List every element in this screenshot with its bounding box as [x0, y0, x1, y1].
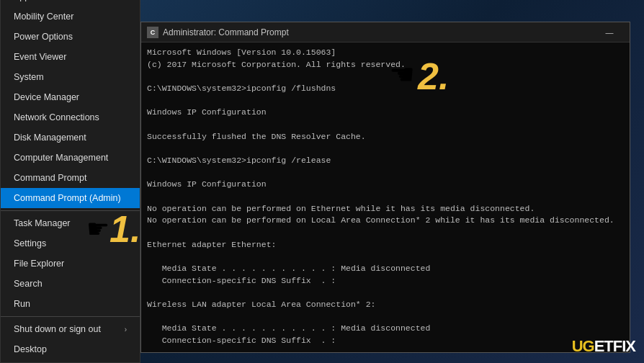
watermark: UG ETFIX	[572, 337, 635, 356]
menu-item-shut-down[interactable]: Shut down or sign out›	[1, 319, 140, 339]
cmd-line: Ethernet adapter Ethernet:	[147, 239, 624, 251]
cmd-line: Windows IP Configuration	[147, 107, 624, 119]
cmd-line	[147, 71, 624, 83]
menu-item-mobility-center[interactable]: Mobility Center	[1, 6, 140, 27]
cmd-line: (c) 2017 Microsoft Corporation. All righ…	[147, 59, 624, 71]
cmd-line: Media State . . . . . . . . . . . : Medi…	[147, 263, 624, 275]
cmd-line	[147, 311, 624, 323]
watermark-text: ETFIX	[594, 337, 635, 356]
step2-number: 2.	[418, 58, 449, 95]
menu-item-system[interactable]: System	[1, 67, 140, 87]
menu-item-power-options[interactable]: Power Options	[1, 27, 140, 47]
cmd-line	[147, 287, 624, 299]
cmd-line	[147, 191, 624, 203]
cmd-line	[147, 251, 624, 263]
watermark-highlight: UG	[572, 337, 594, 356]
cmd-window-title: Administrator: Command Prompt	[163, 27, 595, 37]
cmd-line: No operation can be performed on Etherne…	[147, 203, 624, 215]
menu-item-desktop[interactable]: Desktop	[1, 339, 140, 359]
menu-item-file-explorer[interactable]: File Explorer	[1, 254, 140, 274]
menu-item-search[interactable]: Search	[1, 274, 140, 294]
cmd-line	[147, 143, 624, 155]
menu-item-network-connections[interactable]: Network Connections	[1, 107, 140, 127]
cmd-line	[147, 167, 624, 179]
cursor-hand-2-icon: ☛	[389, 58, 415, 91]
cmd-line: No operation can be performed on Local A…	[147, 215, 624, 227]
cmd-line: Successfully flushed the DNS Resolver Ca…	[147, 131, 624, 143]
cmd-line: Connection-specific DNS Suffix . :	[147, 335, 624, 347]
cmd-window: C Administrator: Command Prompt — Micros…	[140, 22, 630, 353]
step2-indicator: ☛ 2.	[389, 58, 449, 95]
cmd-content: Microsoft Windows [Version 10.0.15063](c…	[141, 42, 630, 352]
menu-item-command-prompt[interactable]: Command Prompt	[1, 168, 140, 188]
context-menu: Apps and FeaturesMobility CenterPower Op…	[0, 0, 140, 363]
cmd-line: Windows IP Configuration	[147, 179, 624, 191]
cmd-line: C:\WINDOWS\system32>ipconfig /flushdns	[147, 83, 624, 95]
cmd-line	[147, 119, 624, 131]
cmd-titlebar: C Administrator: Command Prompt —	[141, 22, 630, 42]
cmd-line: Wireless LAN adapter Local Area Connecti…	[147, 299, 624, 311]
step1-number: 1.	[109, 210, 140, 248]
step1-indicator: ☛ 1.	[94, 210, 140, 248]
desktop: Apps and FeaturesMobility CenterPower Op…	[0, 0, 644, 363]
minimize-button[interactable]: —	[595, 25, 624, 40]
cmd-line: Microsoft Windows [Version 10.0.15063]	[147, 47, 624, 59]
cmd-line: C:\WINDOWS\system32>ipconfig /release	[147, 155, 624, 167]
cmd-line	[147, 347, 624, 352]
cmd-line: Connection-specific DNS Suffix . :	[147, 275, 624, 287]
cursor-hand-1-icon: ☛	[86, 214, 109, 244]
cmd-window-icon: C	[147, 27, 158, 38]
menu-item-apps-features[interactable]: Apps and Features	[1, 0, 140, 6]
cmd-window-controls: —	[595, 25, 624, 40]
menu-item-command-prompt-admin[interactable]: Command Prompt (Admin)	[1, 188, 140, 208]
menu-item-run[interactable]: Run	[1, 294, 140, 314]
cmd-line	[147, 95, 624, 107]
cmd-line	[147, 227, 624, 239]
menu-item-disk-management[interactable]: Disk Management	[1, 127, 140, 148]
cmd-line: Media State . . . . . . . . . . . : Medi…	[147, 323, 624, 335]
menu-item-event-viewer[interactable]: Event Viewer	[1, 47, 140, 67]
menu-item-computer-management[interactable]: Computer Management	[1, 148, 140, 168]
menu-item-device-manager[interactable]: Device Manager	[1, 87, 140, 107]
